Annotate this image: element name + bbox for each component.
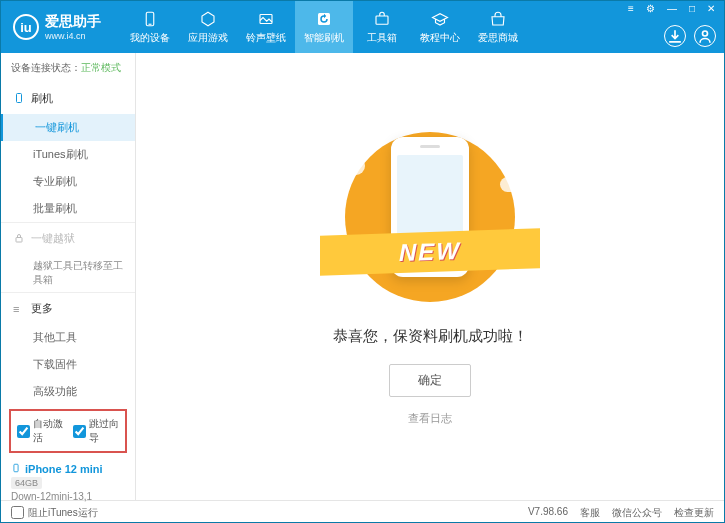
phone-icon [11, 463, 21, 475]
close-icon[interactable]: ✕ [704, 3, 718, 14]
menu-icon[interactable]: ≡ [625, 3, 637, 14]
nav-my-device[interactable]: 我的设备 [121, 1, 179, 53]
service-link[interactable]: 客服 [580, 506, 600, 520]
section-more-header[interactable]: ≡ 更多 [1, 293, 135, 324]
user-icon[interactable] [694, 25, 716, 47]
wallpaper-icon [257, 10, 275, 28]
sidebar-item-pro[interactable]: 专业刷机 [1, 168, 135, 195]
nav-toolbox[interactable]: 工具箱 [353, 1, 411, 53]
jailbreak-note: 越狱工具已转移至工具箱 [1, 254, 135, 292]
device-info: iPhone 12 mini 64GB Down-12mini-13,1 [1, 457, 135, 508]
nav-store[interactable]: 爱思商城 [469, 1, 527, 53]
sidebar-item-advanced[interactable]: 高级功能 [1, 378, 135, 405]
section-jailbreak-header[interactable]: 一键越狱 [1, 223, 135, 254]
app-name: 爱思助手 [45, 13, 101, 31]
settings-icon[interactable]: ⚙ [643, 3, 658, 14]
main-area: 设备连接状态：正常模式 刷机 一键刷机 iTunes刷机 专业刷机 批量刷机 一… [1, 53, 724, 500]
sidebar-item-itunes[interactable]: iTunes刷机 [1, 141, 135, 168]
svg-point-5 [703, 31, 708, 36]
connection-status: 设备连接状态：正常模式 [1, 53, 135, 83]
checkbox-group: 自动激活 跳过向导 [9, 409, 127, 453]
nav-ringtone[interactable]: 铃声壁纸 [237, 1, 295, 53]
logo: iu 爱思助手 www.i4.cn [1, 13, 113, 41]
menu-icon: ≡ [13, 303, 25, 315]
svg-rect-8 [14, 464, 18, 472]
logo-icon: iu [13, 14, 39, 40]
device-detail: Down-12mini-13,1 [11, 491, 125, 502]
sidebar: 设备连接状态：正常模式 刷机 一键刷机 iTunes刷机 专业刷机 批量刷机 一… [1, 53, 136, 500]
status-value: 正常模式 [81, 62, 121, 73]
header-right [664, 25, 716, 47]
graduation-icon [431, 10, 449, 28]
section-flash-header[interactable]: 刷机 [1, 83, 135, 114]
sidebar-item-download[interactable]: 下载固件 [1, 351, 135, 378]
svg-rect-6 [17, 93, 22, 102]
confirm-button[interactable]: 确定 [389, 364, 471, 397]
checkbox-auto-activate[interactable]: 自动激活 [17, 417, 63, 445]
minimize-icon[interactable]: — [664, 3, 680, 14]
apps-icon [199, 10, 217, 28]
block-itunes-checkbox[interactable]: 阻止iTunes运行 [11, 506, 98, 520]
footer-right: V7.98.66 客服 微信公众号 检查更新 [528, 506, 714, 520]
header: iu 爱思助手 www.i4.cn 我的设备 应用游戏 铃声壁纸 智能刷机 工具… [1, 1, 724, 53]
nav-flash[interactable]: 智能刷机 [295, 1, 353, 53]
new-ribbon: NEW [320, 228, 540, 276]
sidebar-item-other[interactable]: 其他工具 [1, 324, 135, 351]
nav-apps[interactable]: 应用游戏 [179, 1, 237, 53]
update-link[interactable]: 检查更新 [674, 506, 714, 520]
store-icon [489, 10, 507, 28]
device-name[interactable]: iPhone 12 mini [11, 463, 125, 475]
sidebar-item-oneclick[interactable]: 一键刷机 [1, 114, 135, 141]
view-log-link[interactable]: 查看日志 [408, 411, 452, 426]
success-message: 恭喜您，保资料刷机成功啦！ [333, 327, 528, 346]
app-url: www.i4.cn [45, 31, 101, 41]
svg-rect-4 [376, 16, 388, 24]
toolbox-icon [373, 10, 391, 28]
refresh-icon [315, 10, 333, 28]
svg-rect-7 [16, 237, 22, 242]
content-area: NEW 恭喜您，保资料刷机成功啦！ 确定 查看日志 [136, 53, 724, 500]
maximize-icon[interactable]: □ [686, 3, 698, 14]
section-more: ≡ 更多 其他工具 下载固件 高级功能 [1, 293, 135, 405]
device-storage: 64GB [11, 477, 42, 489]
checkbox-skip-wizard[interactable]: 跳过向导 [73, 417, 119, 445]
phone-icon [141, 10, 159, 28]
lock-icon [13, 232, 25, 246]
success-illustration: NEW [330, 127, 530, 307]
wechat-link[interactable]: 微信公众号 [612, 506, 662, 520]
section-jailbreak: 一键越狱 越狱工具已转移至工具箱 [1, 223, 135, 293]
version-label: V7.98.66 [528, 506, 568, 520]
section-flash: 刷机 一键刷机 iTunes刷机 专业刷机 批量刷机 [1, 83, 135, 223]
nav-tutorial[interactable]: 教程中心 [411, 1, 469, 53]
window-controls: ≡ ⚙ — □ ✕ [625, 3, 718, 14]
main-nav: 我的设备 应用游戏 铃声壁纸 智能刷机 工具箱 教程中心 爱思商城 [121, 1, 527, 53]
sidebar-item-batch[interactable]: 批量刷机 [1, 195, 135, 222]
download-icon[interactable] [664, 25, 686, 47]
phone-icon [13, 92, 25, 106]
